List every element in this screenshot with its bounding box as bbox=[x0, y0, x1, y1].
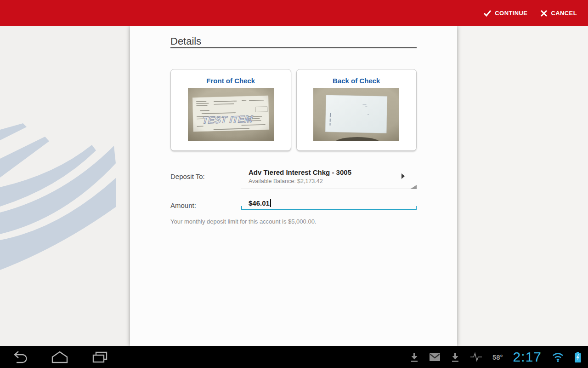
cancel-button[interactable]: CANCEL bbox=[534, 0, 583, 26]
back-button[interactable] bbox=[9, 350, 29, 364]
front-of-check-image[interactable]: TEST ITEM bbox=[188, 88, 274, 141]
back-of-check-card[interactable]: Back of Check bbox=[296, 69, 417, 151]
back-of-check-image[interactable] bbox=[313, 88, 399, 141]
front-of-check-card[interactable]: Front of Check bbox=[170, 69, 291, 151]
home-button[interactable] bbox=[50, 350, 70, 364]
download-notification-icon-2[interactable] bbox=[451, 352, 460, 362]
title-divider bbox=[170, 47, 417, 48]
battery-charging-icon bbox=[574, 351, 582, 363]
system-nav-bar: 58° 2:17 bbox=[0, 346, 588, 368]
deposit-to-label: Deposit To: bbox=[170, 172, 205, 180]
home-icon bbox=[51, 351, 69, 363]
text-cursor bbox=[270, 199, 271, 207]
available-balance: Available Balance: $2,173.42 bbox=[249, 178, 417, 184]
spinner-arrow-icon bbox=[401, 173, 405, 179]
page-title: Details bbox=[170, 35, 201, 47]
app-bar: CONTINUE CANCEL bbox=[0, 0, 588, 26]
recent-apps-button[interactable] bbox=[90, 350, 110, 364]
amount-input[interactable]: $46.01 bbox=[241, 197, 417, 210]
account-name: Adv Tiered Interest Chkg - 3005 bbox=[249, 168, 417, 176]
amount-label: Amount: bbox=[170, 201, 196, 209]
download-notification-icon[interactable] bbox=[410, 352, 419, 362]
close-icon bbox=[540, 10, 548, 17]
back-of-check-title: Back of Check bbox=[297, 77, 417, 85]
temperature-readout: 58° bbox=[492, 353, 503, 361]
background-right bbox=[457, 26, 588, 346]
deposit-details-panel: Details Front of Check bbox=[130, 26, 457, 346]
deposit-to-spinner[interactable]: Adv Tiered Interest Chkg - 3005 Availabl… bbox=[241, 168, 417, 189]
wifi-icon bbox=[552, 352, 564, 362]
recent-apps-icon bbox=[91, 351, 109, 363]
back-icon bbox=[11, 351, 28, 363]
clock[interactable]: 2:17 bbox=[513, 349, 542, 365]
activity-signal-icon[interactable] bbox=[470, 351, 482, 362]
check-image-cards: Front of Check bbox=[170, 69, 417, 151]
deposit-limit-note: Your monthly deposit limit for this acco… bbox=[170, 218, 316, 225]
gmail-notification-icon[interactable] bbox=[429, 353, 441, 362]
front-of-check-title: Front of Check bbox=[171, 77, 291, 85]
amount-value: $46.01 bbox=[249, 199, 270, 207]
background-left bbox=[0, 26, 130, 346]
continue-button[interactable]: CONTINUE bbox=[477, 0, 534, 26]
checkmark-icon bbox=[483, 10, 492, 17]
cancel-label: CANCEL bbox=[551, 10, 577, 17]
spinner-corner-handle-icon bbox=[410, 185, 417, 189]
continue-label: CONTINUE bbox=[495, 10, 527, 17]
